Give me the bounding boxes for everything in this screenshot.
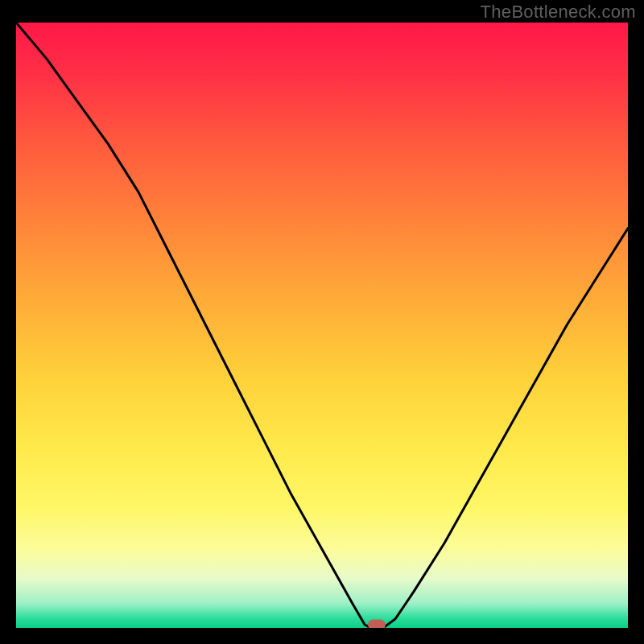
watermark-text: TheBottleneck.com	[481, 2, 636, 23]
bottleneck-curve	[16, 23, 628, 628]
optimum-marker	[368, 620, 386, 629]
plot-area	[16, 23, 628, 628]
chart-frame: TheBottleneck.com	[0, 0, 644, 644]
